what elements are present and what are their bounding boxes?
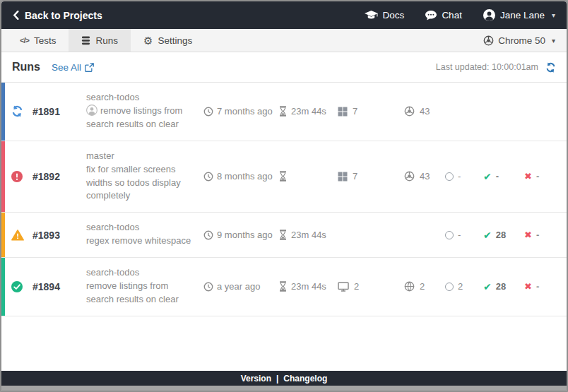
run-row[interactable]: #1892 master fix for smaller screens wid… xyxy=(1,141,567,213)
tab-settings-label: Settings xyxy=(158,35,192,46)
back-to-projects-link[interactable]: Back to Projects xyxy=(13,10,102,21)
header-right: Last updated: 10:00:01am xyxy=(436,62,556,73)
hourglass-icon xyxy=(278,230,288,240)
chat-label: Chat xyxy=(442,10,462,20)
browser-cell: 43 xyxy=(404,171,445,182)
branch-name: master xyxy=(86,150,196,161)
windows-icon xyxy=(338,172,348,182)
commit-message-text: remove listings from search results on c… xyxy=(86,280,179,304)
browser-selector[interactable]: Chrome 50 ▾ xyxy=(472,29,567,52)
chat-link[interactable]: Chat xyxy=(425,10,462,20)
duration-cell: 23m 44s xyxy=(278,230,338,240)
commit-message-text: fix for smaller screens widths so todos … xyxy=(86,164,181,201)
branch-name: search-todos xyxy=(86,222,196,232)
refresh-icon xyxy=(545,62,556,73)
top-navbar: Back to Projects Docs Chat Jane Lane ▾ xyxy=(1,1,567,29)
gear-icon: ⚙ xyxy=(143,35,153,46)
run-row[interactable]: #1894 search-todos remove listings from … xyxy=(1,258,567,316)
changelog-link[interactable]: Changelog xyxy=(283,374,327,384)
footer-separator: | xyxy=(276,374,278,384)
commit-message: remove listings from search results on c… xyxy=(86,105,196,131)
status-icon xyxy=(11,281,23,292)
failing-count: - xyxy=(536,171,539,182)
caret-down-icon: ▾ xyxy=(552,37,555,44)
pending-icon xyxy=(445,172,454,181)
browser-count: 43 xyxy=(420,106,430,117)
run-number: #1891 xyxy=(32,106,86,117)
status-strip xyxy=(1,213,5,257)
chrome-icon xyxy=(404,106,415,117)
tab-tests[interactable]: </> Tests xyxy=(7,29,69,52)
time-ago-cell: a year ago xyxy=(203,281,278,292)
status-running-icon xyxy=(11,105,23,117)
status-warning-icon xyxy=(11,230,24,241)
check-icon: ✔ xyxy=(483,171,492,182)
pending-icon xyxy=(445,231,454,239)
x-icon: ✖ xyxy=(524,281,532,292)
see-all-link[interactable]: See All xyxy=(52,62,94,73)
time-ago-cell: 8 months ago xyxy=(203,171,278,182)
pending-count: 2 xyxy=(458,281,463,292)
globe-icon xyxy=(404,281,415,292)
pending-icon xyxy=(445,283,454,291)
commit-message: regex remove whitespace xyxy=(86,234,196,248)
hourglass-icon xyxy=(278,281,288,292)
failing-count: - xyxy=(536,281,539,292)
content-spacer xyxy=(1,343,567,371)
failing-count: - xyxy=(536,230,539,240)
topnav-right: Docs Chat Jane Lane ▾ xyxy=(365,9,555,21)
clock-icon xyxy=(203,230,213,240)
duration-text: 23m 44s xyxy=(291,106,326,117)
caret-down-icon: ▾ xyxy=(552,11,555,19)
chat-bubble-icon xyxy=(425,11,437,20)
tab-settings[interactable]: ⚙ Settings xyxy=(131,29,205,52)
tab-runs-label: Runs xyxy=(95,35,118,46)
run-row[interactable]: #1891 search-todos remove listings from … xyxy=(1,83,567,141)
browser-selector-label: Chrome 50 xyxy=(498,35,545,46)
duration-text: 23m 44s xyxy=(291,230,326,240)
os-cell: 2 xyxy=(338,281,404,292)
version-link[interactable]: Version xyxy=(241,374,271,384)
runs-header: Runs See All Last updated: 10:00:01am xyxy=(1,52,567,83)
commit-info: search-todos remove listings from search… xyxy=(86,267,203,307)
os-count: 7 xyxy=(353,171,357,182)
passing-count: 28 xyxy=(496,230,506,240)
last-updated-text: Last updated: 10:00:01am xyxy=(436,62,538,72)
tab-tests-label: Tests xyxy=(34,35,57,46)
failing-cell: ✖- xyxy=(524,230,558,240)
status-strip xyxy=(1,83,5,141)
passing-count: 28 xyxy=(496,281,506,292)
status-icon xyxy=(11,105,23,117)
duration-text: 23m 44s xyxy=(291,281,326,292)
os-cell: 7 xyxy=(338,106,404,117)
window-bottom-edge xyxy=(1,386,567,391)
os-count: 2 xyxy=(354,281,359,292)
time-ago-cell: 7 months ago xyxy=(203,106,278,117)
pending-cell: - xyxy=(445,230,483,240)
status-icon xyxy=(11,171,23,182)
status-errored-icon xyxy=(11,171,23,182)
tab-bar: </> Tests Runs ⚙ Settings Chrome 50 ▾ xyxy=(1,29,567,52)
user-avatar-icon xyxy=(483,9,495,21)
branch-name: search-todos xyxy=(86,267,196,278)
browser-count: 43 xyxy=(420,171,430,182)
back-label: Back to Projects xyxy=(25,10,102,21)
tab-runs[interactable]: Runs xyxy=(69,29,131,52)
refresh-button[interactable] xyxy=(545,62,556,73)
os-cell: 7 xyxy=(338,171,404,182)
passing-cell: ✔28 xyxy=(483,230,524,241)
windows-icon xyxy=(338,107,348,117)
external-link-icon xyxy=(85,63,94,72)
time-ago-text: 8 months ago xyxy=(217,171,273,182)
monitor-icon xyxy=(338,282,349,292)
user-menu[interactable]: Jane Lane ▾ xyxy=(483,9,555,21)
hourglass-icon xyxy=(278,171,288,182)
docs-link[interactable]: Docs xyxy=(365,10,405,20)
run-row[interactable]: #1893 search-todos regex remove whitespa… xyxy=(1,213,567,258)
time-ago-cell: 9 months ago xyxy=(203,230,278,240)
pending-count: - xyxy=(458,171,461,182)
committer-avatar-icon xyxy=(86,105,97,116)
see-all-label: See All xyxy=(52,62,81,73)
hourglass-icon xyxy=(278,106,288,117)
app-window: Back to Projects Docs Chat Jane Lane ▾ <… xyxy=(0,0,568,392)
